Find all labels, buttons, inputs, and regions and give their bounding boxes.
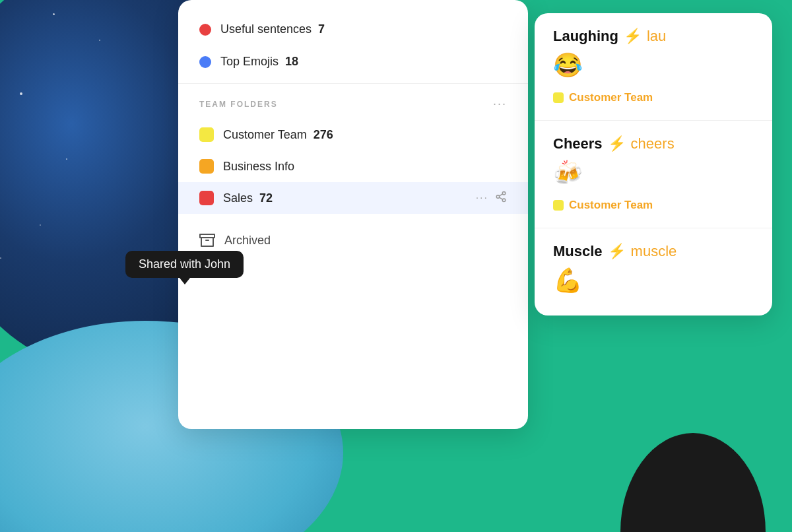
folder-count-sales: 72	[259, 191, 273, 205]
folder-icon-business-info	[199, 159, 214, 174]
emoji-card-muscle[interactable]: Muscle ⚡ muscle 💪	[535, 228, 772, 316]
emoji-shortcode-muscle: muscle	[631, 243, 677, 260]
folder-count-customer-team: 276	[314, 128, 333, 142]
folder-label-sales: Sales	[223, 191, 253, 205]
folder-actions-sales: ···	[476, 191, 507, 205]
sidebar-item-useful-sentences[interactable]: Useful sentences 7	[178, 13, 528, 46]
emoji-card-laughing[interactable]: Laughing ⚡ lau 😂 Customer Team	[535, 13, 772, 121]
sidebar-panel: Useful sentences 7 Top Emojis 18 TEAM FO…	[178, 0, 528, 429]
item-count-useful-sentences: 7	[318, 22, 325, 36]
right-panel: Laughing ⚡ lau 😂 Customer Team Cheers ⚡ …	[535, 13, 772, 316]
folder-item-business-info[interactable]: Business Info	[178, 150, 528, 182]
emoji-title-muscle: Muscle ⚡ muscle	[553, 243, 754, 260]
item-count-top-emojis: 18	[285, 55, 298, 69]
team-dot-laughing	[553, 92, 564, 103]
team-name-laughing: Customer Team	[569, 91, 653, 104]
sidebar-item-top-emojis[interactable]: Top Emojis 18	[178, 46, 528, 78]
emoji-shortcode-laughing: lau	[647, 28, 666, 45]
svg-rect-5	[200, 234, 214, 238]
emoji-glyph-cheers: 🍻	[553, 159, 754, 187]
folder-label-business-info: Business Info	[223, 160, 294, 174]
folder-item-sales[interactable]: Sales 72 ···	[178, 182, 528, 214]
emoji-title-cheers: Cheers ⚡ cheers	[553, 135, 754, 152]
team-name-cheers: Customer Team	[569, 199, 653, 212]
section-title-team-folders: TEAM FOLDERS	[199, 100, 278, 109]
emoji-title-text-laughing: Laughing	[553, 28, 618, 45]
archive-icon	[199, 232, 215, 248]
emoji-glyph-muscle: 💪	[553, 267, 754, 294]
sales-share-icon[interactable]	[495, 191, 507, 205]
emoji-shortcode-cheers: cheers	[631, 135, 675, 152]
emoji-card-cheers[interactable]: Cheers ⚡ cheers 🍻 Customer Team	[535, 121, 772, 228]
svg-line-3	[499, 197, 502, 199]
emoji-title-laughing: Laughing ⚡ lau	[553, 28, 754, 45]
section-more-button[interactable]: ···	[493, 97, 507, 111]
folder-item-customer-team[interactable]: Customer Team 276	[178, 119, 528, 150]
emoji-title-text-muscle: Muscle	[553, 243, 603, 260]
lightning-icon-cheers: ⚡	[608, 135, 626, 152]
blue-dot-icon	[199, 56, 211, 68]
item-label-top-emojis: Top Emojis	[220, 55, 279, 69]
item-label-useful-sentences: Useful sentences	[220, 22, 312, 36]
team-tag-laughing: Customer Team	[553, 91, 653, 104]
folder-label-customer-team: Customer Team	[223, 128, 307, 142]
folder-icon-sales	[199, 191, 214, 205]
team-tag-cheers: Customer Team	[553, 199, 653, 212]
team-dot-cheers	[553, 200, 564, 211]
lightning-icon-laughing: ⚡	[624, 28, 642, 45]
archived-label: Archived	[224, 234, 271, 248]
shared-tooltip: Shared with John	[125, 251, 244, 278]
red-dot-icon	[199, 24, 211, 36]
folder-icon-customer-team	[199, 127, 214, 142]
emoji-title-text-cheers: Cheers	[553, 135, 603, 152]
svg-line-4	[499, 194, 502, 196]
lightning-icon-muscle: ⚡	[608, 243, 626, 260]
section-divider	[178, 83, 528, 84]
sales-more-button[interactable]: ···	[476, 192, 488, 204]
team-folders-header: TEAM FOLDERS ···	[178, 89, 528, 119]
emoji-glyph-laughing: 😂	[553, 51, 754, 79]
tooltip-text: Shared with John	[139, 257, 230, 271]
